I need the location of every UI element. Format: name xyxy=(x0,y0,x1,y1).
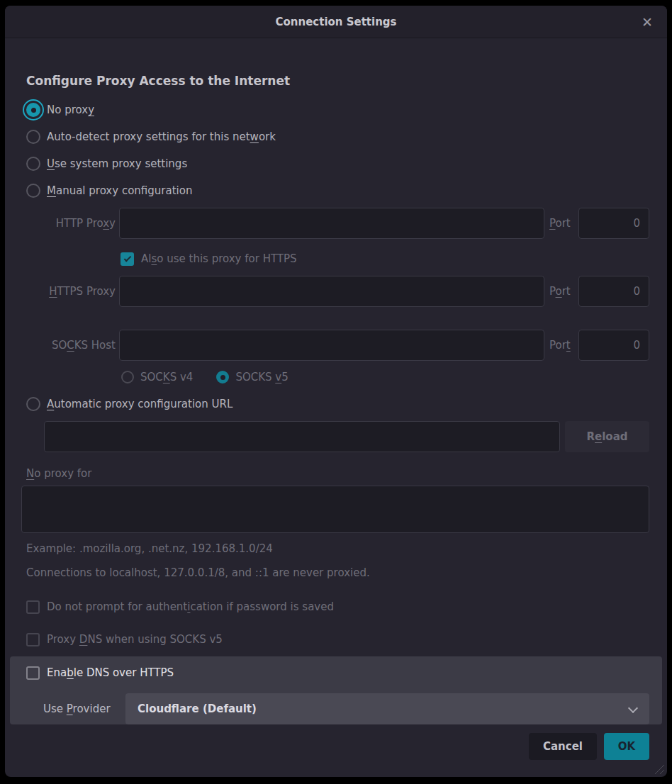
dns-over-https-section: Enable DNS over HTTPS Use Provider Cloud… xyxy=(10,656,662,724)
http-port-label: Port xyxy=(549,217,573,230)
https-proxy-row: HTTPS Proxy Port xyxy=(21,276,649,307)
checkbox-proxy-dns[interactable] xyxy=(26,633,40,646)
auto-config-url-input[interactable] xyxy=(44,421,560,452)
close-icon[interactable]: ✕ xyxy=(639,12,656,31)
dialog-titlebar: Connection Settings ✕ xyxy=(5,6,667,38)
socks-v4-label: SOCKS v4 xyxy=(140,371,193,383)
no-proxy-for-label: No proxy for xyxy=(26,467,644,480)
https-proxy-input[interactable] xyxy=(119,276,544,307)
doh-provider-row: Use Provider Cloudflare (Default) xyxy=(21,693,649,724)
dialog-content: Configure Proxy Access to the Internet N… xyxy=(5,74,667,760)
radio-row-use-system[interactable]: Use system proxy settings xyxy=(26,153,644,174)
no-proxy-for-input[interactable] xyxy=(21,486,649,533)
enable-doh-label: Enable DNS over HTTPS xyxy=(47,666,174,679)
auto-config-url-row: Reload xyxy=(44,421,649,452)
https-port-label: Port xyxy=(549,285,573,298)
http-port-input[interactable] xyxy=(578,208,649,239)
radio-label-auto-detect: Auto-detect proxy settings for this netw… xyxy=(47,130,276,143)
radio-socks-v4[interactable] xyxy=(121,371,134,383)
also-https-label: Also use this proxy for HTTPS xyxy=(141,252,297,265)
socks-host-row: SOCKS Host Port xyxy=(21,330,649,361)
http-proxy-input[interactable] xyxy=(119,208,544,239)
no-prompt-auth-row[interactable]: Do not prompt for authentication if pass… xyxy=(26,598,644,615)
dialog-footer: Cancel OK xyxy=(21,733,649,760)
radio-row-auto-url[interactable]: Automatic proxy configuration URL xyxy=(26,396,644,413)
radio-label-no-proxy: No proxy xyxy=(47,103,94,116)
connection-settings-dialog: Connection Settings ✕ Configure Proxy Ac… xyxy=(5,6,667,777)
proxy-dns-row[interactable]: Proxy DNS when using SOCKS v5 xyxy=(26,631,644,648)
http-proxy-row: HTTP Proxy Port xyxy=(21,208,649,239)
page-title: Configure Proxy Access to the Internet xyxy=(26,74,644,88)
radio-socks-v5[interactable] xyxy=(216,371,229,383)
radio-row-manual[interactable]: Manual proxy configuration xyxy=(26,180,644,201)
socks-host-input[interactable] xyxy=(119,330,544,361)
radio-dot xyxy=(31,108,36,113)
resize-grip[interactable] xyxy=(654,764,664,774)
radio-row-no-proxy[interactable]: No proxy xyxy=(26,99,644,121)
dialog-title: Connection Settings xyxy=(275,16,396,28)
radio-label-use-system: Use system proxy settings xyxy=(47,157,187,170)
radio-auto-url[interactable] xyxy=(26,397,40,411)
checkbox-enable-doh[interactable] xyxy=(26,666,40,680)
socks-port-label: Port xyxy=(549,339,573,352)
chevron-down-icon xyxy=(628,703,638,713)
checkbox-also-https[interactable] xyxy=(121,252,134,266)
use-provider-label: Use Provider xyxy=(43,702,125,715)
doh-provider-dropdown[interactable]: Cloudflare (Default) xyxy=(125,693,649,724)
reload-button[interactable]: Reload xyxy=(565,421,649,452)
no-proxy-example-text: Example: .mozilla.org, .net.nz, 192.168.… xyxy=(26,541,644,556)
no-prompt-auth-label: Do not prompt for authentication if pass… xyxy=(47,600,334,613)
cancel-button[interactable]: Cancel xyxy=(529,733,597,760)
checkmark-icon xyxy=(123,254,131,262)
ok-button[interactable]: OK xyxy=(604,733,649,760)
checkbox-no-prompt-auth[interactable] xyxy=(26,600,40,614)
socks-v5-label: SOCKS v5 xyxy=(235,371,288,383)
http-proxy-label: HTTP Proxy xyxy=(21,217,119,230)
never-proxied-note: Connections to localhost, 127.0.0.1/8, a… xyxy=(26,565,644,581)
radio-label-auto-url: Automatic proxy configuration URL xyxy=(47,398,233,410)
https-port-input[interactable] xyxy=(578,276,649,307)
proxy-dns-label: Proxy DNS when using SOCKS v5 xyxy=(47,633,223,646)
https-proxy-label: HTTPS Proxy xyxy=(21,285,119,298)
socks-host-label: SOCKS Host xyxy=(21,339,119,352)
also-https-row[interactable]: Also use this proxy for HTTPS xyxy=(121,251,649,267)
socks-port-input[interactable] xyxy=(578,330,649,361)
enable-doh-row[interactable]: Enable DNS over HTTPS xyxy=(26,664,644,681)
radio-no-proxy[interactable] xyxy=(26,103,40,117)
socks-version-row: SOCKS v4 SOCKS v5 xyxy=(121,369,649,385)
radio-dot xyxy=(220,375,225,380)
doh-provider-value: Cloudflare (Default) xyxy=(138,702,257,715)
radio-auto-detect[interactable] xyxy=(26,130,40,144)
radio-use-system[interactable] xyxy=(26,157,40,171)
radio-manual[interactable] xyxy=(26,184,40,198)
radio-row-auto-detect[interactable]: Auto-detect proxy settings for this netw… xyxy=(26,126,644,147)
radio-label-manual: Manual proxy configuration xyxy=(47,184,192,197)
